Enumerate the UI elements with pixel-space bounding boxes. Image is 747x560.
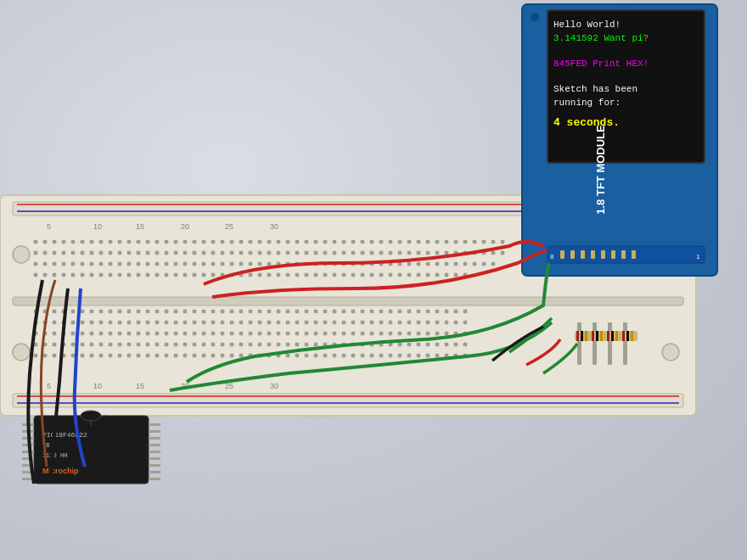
- background: [0, 0, 747, 560]
- main-scene: 5 10 15 20 25 30 5 10 15 20 25 30: [0, 0, 747, 560]
